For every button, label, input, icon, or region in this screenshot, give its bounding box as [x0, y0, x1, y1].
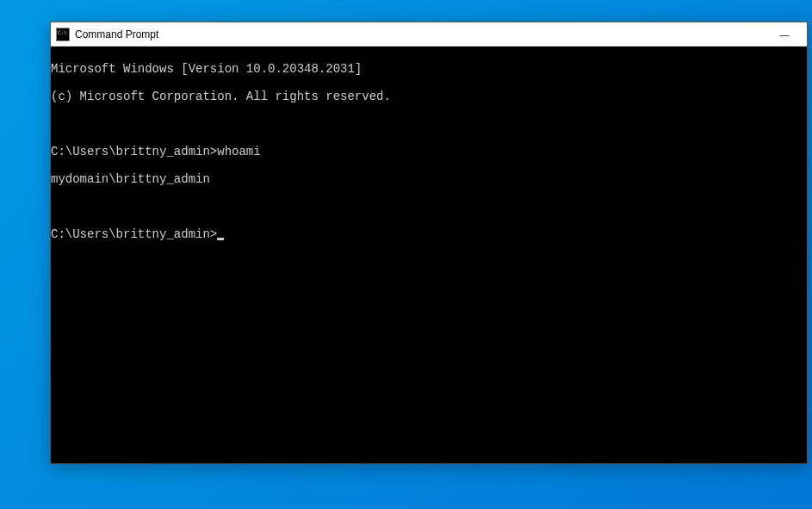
terminal-line	[51, 117, 807, 131]
terminal-line: Microsoft Windows [Version 10.0.20348.20…	[51, 62, 807, 76]
terminal-prompt-line: C:\Users\brittny_admin>	[51, 227, 807, 241]
terminal-line	[51, 200, 807, 214]
window-title: Command Prompt	[75, 28, 766, 40]
terminal-line: C:\Users\brittny_admin>whoami	[51, 145, 807, 158]
titlebar[interactable]: Command Prompt —	[51, 22, 807, 47]
terminal-output[interactable]: Microsoft Windows [Version 10.0.20348.20…	[51, 47, 807, 463]
window-controls: —	[766, 22, 803, 46]
command-prompt-window: Command Prompt — Microsoft Windows [Vers…	[50, 22, 808, 464]
terminal-line: mydomain\brittny_admin	[51, 172, 807, 186]
cmd-icon	[56, 28, 70, 41]
minimize-button[interactable]: —	[766, 22, 803, 47]
terminal-line: (c) Microsoft Corporation. All rights re…	[51, 90, 807, 103]
cursor-icon	[217, 238, 224, 240]
prompt-text: C:\Users\brittny_admin>	[51, 227, 217, 241]
